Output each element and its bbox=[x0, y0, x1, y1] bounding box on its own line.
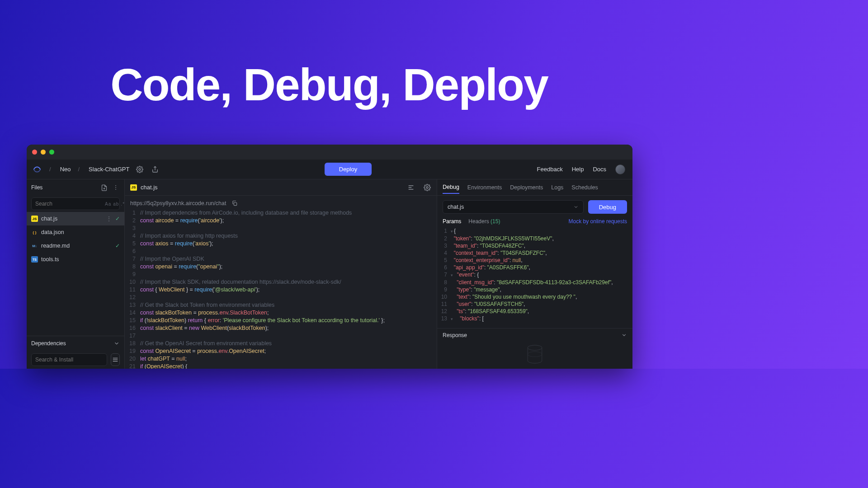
payload-viewer[interactable]: 1▾{2 "token": "02jhMDSKJFLKSS5WTI55eeV",… bbox=[437, 227, 632, 328]
response-body bbox=[437, 342, 632, 369]
dependencies-label: Dependencies bbox=[31, 340, 66, 347]
endpoint-url: https://5q2psy8yxv.hk.aircode.run/chat bbox=[130, 200, 226, 206]
window-titlebar bbox=[27, 145, 632, 160]
file-readme-md[interactable]: M↓readme.md✓ bbox=[27, 239, 124, 253]
dependencies-menu-button[interactable] bbox=[111, 353, 120, 366]
check-icon: ✓ bbox=[115, 216, 120, 222]
breadcrumb-project[interactable]: Slack-ChatGPT bbox=[89, 166, 129, 173]
svg-point-7 bbox=[528, 352, 542, 357]
format-icon[interactable] bbox=[407, 183, 415, 192]
tab-environments[interactable]: Environments bbox=[467, 182, 502, 193]
svg-point-6 bbox=[528, 345, 542, 350]
editor-filename: chat.js bbox=[141, 184, 158, 191]
maximize-dot[interactable] bbox=[49, 150, 54, 155]
app-logo[interactable] bbox=[32, 164, 42, 174]
file-search[interactable]: Aa ab .* bbox=[31, 197, 120, 210]
sidebar: Files Aa ab .* JSchat.js⋮✓{ }data.jsonM↓… bbox=[27, 179, 125, 369]
minimize-dot[interactable] bbox=[41, 150, 46, 155]
app-window: / Neo / Slack-ChatGPT Deploy Feedback He… bbox=[27, 145, 632, 369]
check-icon: ✓ bbox=[115, 243, 120, 249]
file-search-input[interactable] bbox=[35, 201, 103, 207]
tab-debug[interactable]: Debug bbox=[443, 181, 459, 194]
debug-tabs: DebugEnvironmentsDeploymentsLogsSchedule… bbox=[437, 179, 632, 196]
top-nav: / Neo / Slack-ChatGPT Deploy Feedback He… bbox=[27, 160, 632, 179]
mock-link[interactable]: Mock by online requests bbox=[569, 218, 627, 225]
debug-file-select[interactable]: chat.js bbox=[443, 200, 584, 214]
debug-panel: DebugEnvironmentsDeploymentsLogsSchedule… bbox=[437, 179, 632, 369]
files-label: Files bbox=[31, 184, 42, 191]
docs-link[interactable]: Docs bbox=[593, 166, 606, 173]
subtab-headers[interactable]: Headers (15) bbox=[468, 218, 500, 225]
tab-logs[interactable]: Logs bbox=[551, 182, 563, 193]
svg-point-0 bbox=[139, 169, 141, 170]
response-toggle[interactable]: Response bbox=[437, 328, 632, 342]
svg-point-3 bbox=[115, 189, 116, 190]
chevron-down-icon bbox=[573, 204, 579, 210]
svg-point-2 bbox=[115, 187, 116, 188]
file-type-icon: JS bbox=[130, 184, 137, 191]
chevron-down-icon bbox=[621, 332, 627, 338]
search-word-icon[interactable]: ab bbox=[113, 202, 119, 206]
hero-title: Code, Debug, Deploy bbox=[0, 59, 658, 111]
editor-panel: JS chat.js https://5q2psy8yxv.hk.aircode… bbox=[125, 179, 437, 369]
debug-button[interactable]: Debug bbox=[588, 200, 627, 214]
search-case-icon[interactable]: Aa bbox=[105, 202, 111, 206]
empty-state-icon bbox=[521, 344, 548, 366]
file-data-json[interactable]: { }data.json bbox=[27, 225, 124, 239]
dependencies-toggle-icon[interactable] bbox=[113, 340, 120, 347]
svg-point-4 bbox=[426, 187, 428, 188]
tab-deployments[interactable]: Deployments bbox=[510, 182, 543, 193]
help-link[interactable]: Help bbox=[572, 166, 584, 173]
response-label: Response bbox=[443, 332, 467, 338]
deploy-button[interactable]: Deploy bbox=[325, 163, 372, 176]
breadcrumb-user[interactable]: Neo bbox=[60, 166, 71, 173]
files-more-icon[interactable] bbox=[112, 183, 120, 192]
dependencies-search-input[interactable] bbox=[31, 353, 107, 366]
file-tools-ts[interactable]: TStools.ts bbox=[27, 253, 124, 266]
file-chat-js[interactable]: JSchat.js⋮✓ bbox=[27, 212, 124, 225]
new-file-icon[interactable] bbox=[100, 183, 108, 192]
code-area[interactable]: 1// Import dependencies from AirCode.io,… bbox=[125, 209, 437, 369]
search-regex-icon[interactable]: .* bbox=[121, 202, 125, 206]
share-icon[interactable] bbox=[151, 165, 159, 174]
subtab-params[interactable]: Params bbox=[443, 218, 461, 225]
user-avatar[interactable] bbox=[615, 164, 625, 174]
project-settings-icon[interactable] bbox=[136, 165, 144, 174]
editor-settings-icon[interactable] bbox=[423, 183, 431, 192]
copy-url-icon[interactable] bbox=[231, 199, 239, 207]
feedback-link[interactable]: Feedback bbox=[537, 166, 563, 173]
file-list: JSchat.js⋮✓{ }data.jsonM↓readme.md✓TStoo… bbox=[27, 212, 124, 336]
svg-rect-5 bbox=[234, 202, 237, 205]
tab-schedules[interactable]: Schedules bbox=[571, 182, 598, 193]
debug-file-select-value: chat.js bbox=[448, 204, 464, 210]
svg-point-1 bbox=[115, 185, 116, 186]
close-dot[interactable] bbox=[32, 150, 37, 155]
file-more-icon[interactable]: ⋮ bbox=[106, 215, 112, 222]
